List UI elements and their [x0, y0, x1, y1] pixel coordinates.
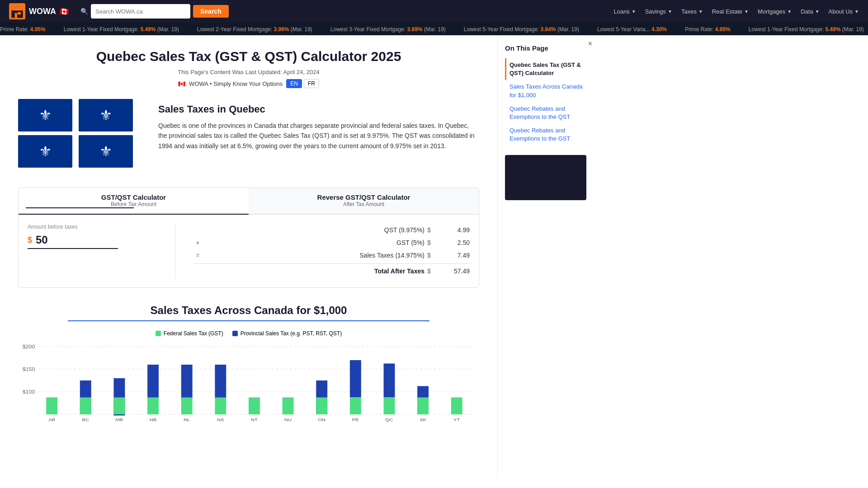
svg-rect-20: [147, 365, 159, 399]
plus-symbol: +: [193, 239, 203, 246]
bar-chart: $200 $150 $100 AB BC MB: [18, 342, 479, 432]
canada-flag-icon: 🇨🇦: [60, 7, 69, 16]
svg-text:NS: NS: [217, 418, 224, 422]
quebec-flag-4: ⚜: [79, 135, 133, 168]
sales-taxes-row: = Sales Taxes (14.975%) $ 7.49: [193, 249, 470, 262]
flags-grid: ⚜ ⚜ ⚜ ⚜: [18, 99, 136, 168]
fleur-de-lis-icon: ⚜: [39, 143, 52, 160]
calc-input-label: Amount before taxes: [28, 224, 166, 230]
svg-rect-3: [18, 12, 21, 14]
ticker-item: Prime Rate: 4.95%: [0, 26, 46, 33]
toc-item-calculator[interactable]: Quebec Sales Tax (GST & QST) Calculator: [505, 58, 590, 80]
amount-input[interactable]: [36, 234, 104, 246]
search-button[interactable]: Search: [193, 5, 229, 18]
content-area: Quebec Sales Tax (GST & QST) Calculator …: [0, 35, 497, 478]
calc-tabs: GST/QST Calculator Before Tax Amount Rev…: [19, 188, 479, 215]
navbar: WOWA 🇨🇦 🔍 Search Loans ▼ Savings ▼ Taxes…: [0, 0, 868, 23]
gst-label: GST (5%): [203, 239, 425, 246]
svg-rect-39: [384, 364, 395, 398]
svg-text:BC: BC: [82, 418, 90, 422]
nav-data[interactable]: Data ▼: [801, 8, 819, 15]
wowa-branding: 🇨🇦 WOWA • Simply Know Your Options EN FR: [18, 79, 479, 88]
main-layout: Quebec Sales Tax (GST & QST) Calculator …: [0, 35, 868, 478]
nav-real-estate[interactable]: Real Estate ▼: [712, 8, 749, 15]
svg-rect-23: [181, 365, 193, 399]
nav-taxes[interactable]: Taxes ▼: [681, 8, 703, 15]
tab-gst-qst[interactable]: GST/QST Calculator Before Tax Amount: [19, 188, 249, 215]
nav-mortgages[interactable]: Mortgages ▼: [758, 8, 792, 15]
toc-item-rebates-gst[interactable]: Quebec Rebates and Exemptions to the GST: [505, 124, 590, 145]
svg-rect-2: [15, 13, 17, 18]
total-label: Total After Taxes: [203, 267, 425, 275]
ticker-item: Lowest 2-Year Fixed Mortgage: 3.99% (Mar…: [197, 26, 312, 33]
svg-rect-43: [417, 398, 429, 415]
svg-text:NL: NL: [184, 418, 190, 422]
lang-fr-button[interactable]: FR: [304, 79, 319, 88]
chart-section-title: Sales Taxes Across Canada for $1,000: [18, 304, 479, 317]
nav-loans[interactable]: Loans ▼: [613, 8, 636, 15]
wowa-branding-text: WOWA • Simply Know Your Options: [189, 80, 283, 87]
legend-gst-label: Federal Sales Tax (GST): [164, 330, 223, 337]
svg-rect-45: [451, 398, 462, 415]
svg-text:QC: QC: [386, 418, 393, 422]
svg-rect-31: [283, 398, 294, 415]
calculator-wrapper: GST/QST Calculator Before Tax Amount Rev…: [18, 188, 479, 288]
calc-amount-input: $: [28, 234, 118, 249]
nav-links: Loans ▼ Savings ▼ Taxes ▼ Real Estate ▼ …: [613, 8, 859, 15]
sales-taxes-dollar: $: [425, 252, 434, 259]
chevron-down-icon: ▼: [698, 9, 703, 14]
calc-input-section: Amount before taxes $: [28, 224, 175, 278]
qst-label: QST (9.975%): [203, 226, 425, 234]
close-button[interactable]: ×: [588, 40, 592, 48]
svg-text:$100: $100: [23, 389, 35, 394]
svg-rect-27: [215, 398, 226, 415]
svg-text:$150: $150: [23, 367, 35, 372]
chart-legend: Federal Sales Tax (GST) Provincial Sales…: [18, 330, 479, 337]
brand-name: WOWA: [29, 7, 56, 16]
last-updated: This Page's Content Was Last Updated: Ap…: [18, 69, 479, 75]
svg-rect-18: [113, 398, 125, 415]
lang-btns: EN FR: [286, 79, 319, 88]
legend-provincial: Provincial Sales Tax (e.g. PST, RST, QST…: [232, 330, 342, 337]
canada-flag-icon: 🇨🇦: [178, 80, 185, 87]
svg-rect-34: [316, 398, 327, 415]
quebec-flag-2: ⚜: [79, 99, 133, 131]
legend-provincial-label: Provincial Sales Tax (e.g. PST, RST, QST…: [241, 330, 342, 337]
svg-text:SK: SK: [420, 418, 426, 422]
chart-svg: $200 $150 $100 AB BC MB: [18, 342, 479, 432]
lang-en-button[interactable]: EN: [286, 79, 302, 88]
tab-reverse[interactable]: Reverse GST/QST Calculator After Tax Amo…: [249, 188, 479, 214]
legend-provincial-dot: [232, 331, 238, 336]
tab-reverse-title: Reverse GST/QST Calculator: [256, 193, 472, 201]
dollar-sign-icon: $: [28, 235, 32, 245]
brand-logo[interactable]: WOWA 🇨🇦: [9, 3, 69, 19]
svg-rect-37: [350, 398, 361, 415]
tab-gst-qst-subtitle: Before Tax Amount: [26, 201, 241, 207]
toc-item-canada[interactable]: Sales Taxes Across Canada for $1,000: [505, 80, 590, 102]
house-icon: [9, 3, 25, 19]
sales-taxes-amount: 7.49: [434, 252, 470, 259]
search-icon: 🔍: [80, 8, 88, 15]
toc-item-rebates-qst[interactable]: Quebec Rebates and Exemptions to the QST: [505, 102, 590, 124]
search-input[interactable]: [91, 4, 190, 19]
svg-text:ON: ON: [318, 418, 326, 422]
quebec-flag-1: ⚜: [18, 99, 72, 131]
nav-savings[interactable]: Savings ▼: [645, 8, 672, 15]
ticker-item: Lowest 5-Year Varia... 4.30%: [597, 26, 667, 33]
ticker-item: Lowest 5-Year Fixed Mortgage: 3.84% (Mar…: [464, 26, 579, 33]
svg-rect-24: [181, 398, 193, 415]
qst-dollar-sign: $: [425, 226, 434, 234]
tab-gst-qst-title: GST/QST Calculator: [26, 193, 241, 201]
quebec-flag-3: ⚜: [18, 135, 72, 168]
fleur-de-lis-icon: ⚜: [99, 107, 113, 124]
gst-row: + GST (5%) $ 2.50: [193, 236, 470, 249]
calc-body: Amount before taxes $ QST (9.975%) $ 4.9…: [19, 215, 479, 287]
chevron-down-icon: ▼: [787, 9, 792, 14]
tab-reverse-subtitle: After Tax Amount: [256, 201, 472, 207]
ticker-item: Prime Rate: 4.95%: [685, 26, 731, 33]
svg-text:YT: YT: [453, 418, 460, 422]
sales-tax-description: Quebec is one of the provinces in Canada…: [158, 121, 479, 151]
fleur-de-lis-icon: ⚜: [99, 143, 113, 160]
gst-dollar-sign: $: [425, 239, 434, 246]
nav-about-us[interactable]: About Us ▼: [829, 8, 859, 15]
